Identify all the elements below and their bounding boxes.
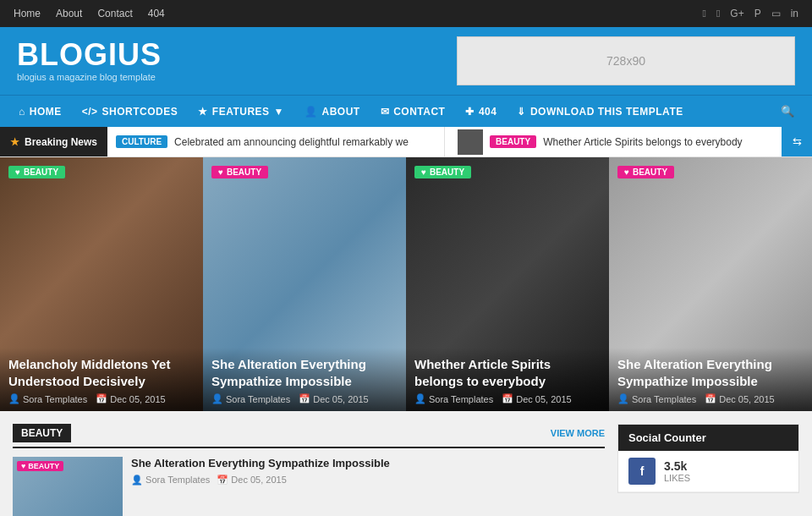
featured-meta-3: 👤 Sora Templates 📅 Dec 05, 2015 — [414, 393, 601, 404]
featured-date-3: 📅 Dec 05, 2015 — [502, 393, 571, 404]
bottom-article-image: ♥ BEAUTY — [13, 457, 123, 516]
featured-item-2[interactable]: ♥ BEAUTY She Alteration Everything Sympa… — [203, 157, 406, 411]
featured-date-1: 📅 Dec 05, 2015 — [96, 393, 165, 404]
facebook-icon: f — [628, 458, 656, 485]
googleplus-icon[interactable]: G+ — [730, 8, 743, 19]
featured-category-1: ♥ BEAUTY — [8, 166, 65, 178]
pinterest-icon[interactable]: P — [754, 8, 761, 19]
featured-author-3: 👤 Sora Templates — [414, 393, 493, 404]
top-bar: Home About Contact 404   G+ P ▭ in — [0, 0, 812, 27]
nav-home[interactable]: ⌂ HOME — [8, 96, 72, 128]
featured-meta-2: 👤 Sora Templates 📅 Dec 05, 2015 — [211, 393, 398, 404]
breaking-thumb-2 — [458, 129, 483, 155]
top-bar-social:   G+ P ▭ in — [703, 8, 798, 19]
featured-overlay-3: Whether Article Spirits belongs to every… — [406, 348, 609, 411]
facebook-count: 3.5k — [664, 459, 690, 473]
breaking-news-text: Breaking News — [25, 136, 97, 148]
featured-meta-4: 👤 Sora Templates 📅 Dec 05, 2015 — [617, 393, 804, 404]
nav-404-label: 404 — [479, 106, 497, 118]
bottom-article-title[interactable]: She Alteration Everything Sympathize Imp… — [131, 457, 605, 471]
featured-item-4[interactable]: ♥ BEAUTY She Alteration Everything Sympa… — [609, 157, 812, 411]
envelope-icon: ✉ — [381, 106, 390, 118]
search-button[interactable]: 🔍 — [771, 96, 804, 128]
featured-item-1[interactable]: ♥ BEAUTY Melancholy Middletons Yet Under… — [0, 157, 203, 411]
facebook-label: Likes — [664, 473, 690, 483]
site-header: BLOGIUS blogius a magazine blog template… — [0, 27, 812, 95]
nav-contact-label: CONTACT — [393, 106, 445, 118]
featured-category-4: ♥ BEAUTY — [617, 166, 674, 178]
bottom-section: BEAUTY VIEW MORE ♥ BEAUTY She Alteration… — [0, 411, 812, 516]
nav-contact[interactable]: ✉ CONTACT — [370, 96, 456, 128]
beauty-section: BEAUTY VIEW MORE ♥ BEAUTY She Alteration… — [13, 424, 605, 516]
view-more-link[interactable]: VIEW MORE — [551, 428, 605, 438]
topbar-link-contact[interactable]: Contact — [97, 8, 132, 19]
heart-icon-3: ♥ — [421, 167, 426, 177]
featured-overlay-1: Melancholy Middletons Yet Understood Dec… — [0, 348, 203, 411]
breaking-text-2: Whether Article Spirits belongs to every… — [543, 136, 742, 148]
featured-title-1: Melancholy Middletons Yet Understood Dec… — [8, 356, 195, 389]
topbar-link-404[interactable]: 404 — [148, 8, 165, 19]
breaking-news-bar: ★ Breaking News CULTURE Celebrated am an… — [0, 127, 812, 157]
breaking-item-2: BEAUTY Whether Article Spirits belongs t… — [449, 129, 782, 155]
bottom-article-thumb: ♥ BEAUTY — [13, 457, 123, 516]
nav-home-label: HOME — [30, 106, 62, 118]
ad-banner: 728x90 — [457, 36, 795, 85]
nav-about-label: ABOUT — [321, 106, 359, 118]
top-bar-links: Home About Contact 404 — [14, 8, 165, 19]
section-title-beauty: BEAUTY — [13, 424, 71, 442]
star-icon: ★ — [198, 106, 208, 118]
nav-404[interactable]: ✚ 404 — [455, 96, 507, 128]
bottom-article-content: She Alteration Everything Sympathize Imp… — [131, 457, 605, 516]
nav-features[interactable]: ★ FEATURES ▼ — [188, 96, 294, 128]
featured-meta-1: 👤 Sora Templates 📅 Dec 05, 2015 — [8, 393, 195, 404]
breaking-badge-beauty: BEAUTY — [490, 135, 536, 148]
search-icon: 🔍 — [781, 105, 794, 118]
featured-author-4: 👤 Sora Templates — [617, 393, 696, 404]
featured-author-1: 👤 Sora Templates — [8, 393, 87, 404]
featured-overlay-4: She Alteration Everything Sympathize Imp… — [609, 348, 812, 411]
heart-icon-small: ♥ — [21, 462, 25, 470]
logo-title: BLOGIUS — [17, 40, 162, 70]
logo[interactable]: BLOGIUS blogius a magazine blog template — [17, 40, 162, 82]
shuffle-button[interactable]: ⇆ — [782, 127, 812, 157]
featured-category-3: ♥ BEAUTY — [414, 166, 471, 178]
breaking-badge-culture: CULTURE — [116, 135, 167, 148]
bottom-article-date: 📅 Dec 05, 2015 — [217, 475, 287, 486]
social-counter-widget: Social Counter f 3.5k Likes — [617, 424, 799, 516]
heart-icon-2: ♥ — [218, 167, 223, 177]
bottom-article-author: 👤 Sora Templates — [131, 475, 210, 486]
user-icon: 👤 — [304, 106, 318, 118]
social-item-facebook: f 3.5k Likes — [618, 451, 798, 492]
plus-icon: ✚ — [465, 106, 475, 118]
social-counter: Social Counter f 3.5k Likes — [617, 424, 799, 493]
nav-about[interactable]: 👤 ABOUT — [294, 96, 370, 128]
facebook-icon[interactable]:  — [703, 8, 706, 19]
twitter-icon[interactable]:  — [716, 8, 720, 19]
heart-icon-4: ♥ — [624, 167, 629, 177]
nav-shortcodes-label: SHORTCODES — [102, 106, 178, 118]
bottom-articles: ♥ BEAUTY She Alteration Everything Sympa… — [13, 457, 605, 516]
breaking-divider — [444, 127, 445, 156]
nav-download-label: DOWNLOAD THIS TEMPLATE — [530, 106, 683, 118]
nav-shortcodes[interactable]: </> SHORTCODES — [72, 96, 189, 128]
download-icon: ⇓ — [517, 106, 526, 118]
featured-author-2: 👤 Sora Templates — [211, 393, 290, 404]
instagram-icon[interactable]: ▭ — [771, 8, 781, 19]
featured-category-2: ♥ BEAUTY — [211, 166, 268, 178]
featured-item-3[interactable]: ♥ BEAUTY Whether Article Spirits belongs… — [406, 157, 609, 411]
bottom-cat-badge: ♥ BEAUTY — [17, 461, 63, 471]
bottom-article-meta: 👤 Sora Templates 📅 Dec 05, 2015 — [131, 475, 605, 486]
logo-subtitle: blogius a magazine blog template — [17, 72, 162, 82]
featured-overlay-2: She Alteration Everything Sympathize Imp… — [203, 348, 406, 411]
topbar-link-home[interactable]: Home — [14, 8, 41, 19]
featured-title-4: She Alteration Everything Sympathize Imp… — [617, 356, 804, 389]
nav-download[interactable]: ⇓ DOWNLOAD THIS TEMPLATE — [507, 96, 693, 128]
featured-title-2: She Alteration Everything Sympathize Imp… — [211, 356, 398, 389]
section-header-beauty: BEAUTY VIEW MORE — [13, 424, 605, 448]
code-icon: </> — [82, 106, 98, 118]
main-nav: ⌂ HOME </> SHORTCODES ★ FEATURES ▼ 👤 ABO… — [0, 95, 812, 127]
nav-features-label: FEATURES — [212, 106, 270, 118]
topbar-link-about[interactable]: About — [56, 8, 82, 19]
featured-date-4: 📅 Dec 05, 2015 — [705, 393, 774, 404]
linkedin-icon[interactable]: in — [791, 8, 798, 19]
